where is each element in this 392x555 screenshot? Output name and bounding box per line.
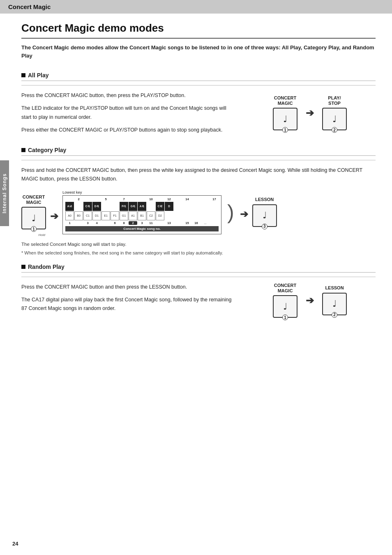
random-play-header: Random Play	[21, 264, 376, 273]
category-play-text: Press and hold the CONCERT MAGIC button,…	[21, 166, 376, 184]
lesson-btn-illus: LESSON ♩ 3	[252, 197, 277, 227]
rand-btn2-number: 2	[332, 312, 337, 318]
all-play-text: Press the CONCERT MAGIC button, then pre…	[21, 91, 236, 134]
lowest-key-label: Lowest key	[62, 190, 82, 194]
random-play-text: Press the CONCERT MAGIC button and then …	[21, 283, 236, 318]
rand-btn2-label: LESSON	[325, 285, 344, 291]
cat-concert-magic-button: ♩ 1 Hold	[21, 207, 46, 229]
category-note1: The selected Concert Magic song will sta…	[21, 240, 376, 248]
lesson-note-icon: ♩	[263, 210, 267, 221]
piano-diagram: Lowest key 2 5 7	[62, 190, 221, 234]
cat-btn1-label: CONCERTMAGIC	[23, 194, 45, 205]
arrow-right-icon: ➔	[306, 107, 314, 119]
all-play-header: All Play	[21, 72, 376, 81]
category-play-body: Press and hold the CONCERT MAGIC button,…	[21, 166, 376, 255]
note-icon: ♩	[283, 114, 287, 125]
rand-concert-magic-button: ♩ 1	[273, 295, 297, 318]
rand-lesson-illus: LESSON ♩ 2	[322, 285, 347, 315]
category-note2: * When the selected song finishes, the n…	[21, 250, 376, 255]
all-play-text3: Press either the CONCERT MAGIC or PLAY/S…	[21, 126, 236, 134]
cat-arrow1-icon: ➔	[50, 210, 58, 222]
header-title: Concert Magic	[8, 3, 51, 10]
keyboard-diagram: 2 5 7 10 12 14	[62, 195, 221, 234]
random-play-diagram: CONCERTMAGIC ♩ 1 ➔ LESSON ♩ 2	[244, 283, 376, 318]
random-play-section: Random Play Press the CONCERT MAGIC butt…	[21, 264, 376, 318]
random-play-heading: Random Play	[28, 264, 65, 270]
all-play-text2: The LED indicator for the PLAY/STOP butt…	[21, 104, 236, 122]
cat-concert-magic-illus: CONCERTMAGIC ♩ 1 Hold	[21, 194, 46, 229]
rand-concert-magic-illus: CONCERTMAGIC ♩ 1	[273, 283, 297, 318]
lesson-label: LESSON	[255, 197, 274, 202]
rand-note-icon2: ♩	[332, 298, 337, 309]
page-title: Concert Magic demo modes	[21, 22, 376, 39]
all-play-body: Press the CONCERT MAGIC button, then pre…	[21, 91, 376, 134]
btn1-label: CONCERTMAGIC	[274, 95, 296, 106]
btn2-label: PLAY/STOP	[328, 95, 341, 106]
header-bar: Concert Magic	[0, 0, 392, 14]
btn1-number: 1	[282, 127, 288, 133]
play-stop-btn-illus: PLAY/STOP ♩ 2	[322, 95, 347, 130]
rand-lesson-button: ♩ 2	[322, 293, 347, 315]
section-marker3	[21, 265, 25, 269]
main-content: Concert Magic demo modes The Concert Mag…	[9, 14, 392, 347]
section-marker2	[21, 148, 25, 152]
cat-arrow2-icon: ➔	[240, 208, 248, 220]
play-stop-button: ♩ 2	[322, 108, 347, 130]
rand-btn1-number: 1	[282, 314, 288, 320]
random-play-body: Press the CONCERT MAGIC button and then …	[21, 283, 376, 318]
bracket-right: )	[227, 202, 234, 222]
sidebar-tab: Internal Songs	[0, 160, 9, 226]
note-icon2: ♩	[332, 114, 337, 125]
random-play-text1: Press the CONCERT MAGIC button and then …	[21, 283, 236, 291]
intro-text: The Concert Magic demo modes allow the C…	[21, 44, 376, 60]
rand-note-icon: ♩	[283, 301, 287, 312]
page-number: 24	[12, 541, 18, 547]
concert-magic-button: ♩ 1	[273, 108, 297, 130]
btn2-number: 2	[332, 127, 337, 133]
random-play-text2: The CA17 digital piano will play back th…	[21, 296, 236, 313]
category-play-header: Category Play	[21, 147, 376, 156]
rand-btn1-label: CONCERTMAGIC	[274, 283, 296, 294]
category-diagram: CONCERTMAGIC ♩ 1 Hold ➔ Lowest key	[21, 190, 376, 234]
sidebar-label: Internal Songs	[2, 173, 7, 213]
hold-label: Hold	[39, 233, 45, 237]
all-play-heading: All Play	[28, 72, 49, 79]
all-play-text1: Press the CONCERT MAGIC button, then pre…	[21, 91, 236, 100]
rand-arrow-icon: ➔	[306, 295, 314, 306]
cat-note-icon: ♩	[32, 213, 36, 224]
concert-magic-btn-illus: CONCERTMAGIC ♩ 1	[273, 95, 297, 130]
category-play-heading: Category Play	[28, 147, 66, 153]
cat-btn1-number: 1	[31, 226, 37, 232]
lesson-button: ♩ 3	[252, 204, 277, 227]
lesson-btn-num: 3	[262, 224, 267, 229]
section-marker	[21, 73, 25, 77]
concert-magic-song-label: Concert Magic song no.	[65, 226, 219, 231]
all-play-diagram: CONCERTMAGIC ♩ 1 ➔ PLAY/STOP ♩ 2	[244, 91, 376, 134]
